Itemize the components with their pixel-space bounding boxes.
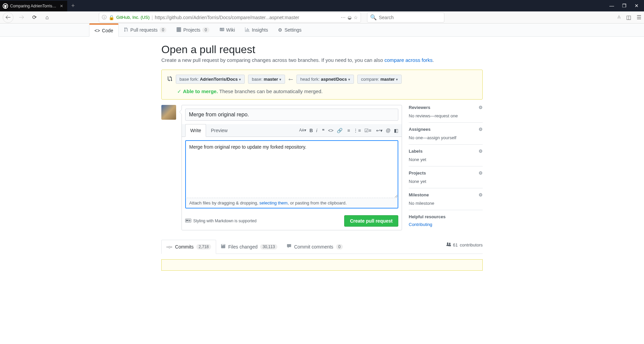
check-icon: ✓ bbox=[177, 88, 182, 94]
commits-tab[interactable]: -○- Commits 2,718 bbox=[161, 240, 216, 254]
nav-projects[interactable]: Projects 0 bbox=[171, 24, 214, 36]
reload-button[interactable]: ⟳ bbox=[30, 13, 39, 22]
big-compare-warning bbox=[161, 259, 483, 271]
attach-bar[interactable]: Attach files by dragging & dropping, sel… bbox=[185, 198, 398, 208]
pr-icon bbox=[124, 27, 128, 33]
assignees-label: Assignees bbox=[409, 127, 431, 132]
labels-text: None yet bbox=[409, 157, 483, 162]
markdown-icon bbox=[185, 219, 191, 224]
browser-tab[interactable]: Comparing AdrienTorris:maste ✕ bbox=[0, 1, 67, 11]
code-icon[interactable]: <> bbox=[328, 128, 333, 133]
commit-icon: -○- bbox=[166, 244, 172, 250]
labels-label: Labels bbox=[409, 149, 422, 154]
new-tab-icon[interactable]: + bbox=[67, 2, 79, 9]
page-actions-icon[interactable]: ⋯ bbox=[341, 15, 346, 20]
projects-text: None yet bbox=[409, 179, 483, 184]
info-icon[interactable]: ⓘ bbox=[102, 14, 107, 21]
assignees-text: No one—assign yourself bbox=[409, 135, 483, 140]
reply-icon[interactable]: ↩▾ bbox=[376, 128, 383, 133]
pr-title-input[interactable] bbox=[185, 109, 398, 121]
home-button[interactable]: ⌂ bbox=[42, 13, 52, 22]
pr-body-textarea[interactable] bbox=[185, 140, 398, 198]
window-controls: — ❐ ✕ bbox=[609, 3, 644, 8]
minimize-icon[interactable]: — bbox=[609, 3, 614, 8]
bold-icon[interactable]: B bbox=[310, 128, 313, 133]
repo-nav: <> Code Pull requests 0 Projects 0 Wiki … bbox=[0, 24, 644, 37]
head-fork-select[interactable]: head fork: aspnet/Docs bbox=[296, 75, 354, 84]
github-favicon bbox=[3, 3, 8, 9]
milestone-gear-icon[interactable]: ⚙ bbox=[479, 192, 483, 197]
tab-title: Comparing AdrienTorris:maste bbox=[10, 4, 56, 8]
files-icon bbox=[221, 244, 226, 250]
close-icon[interactable]: ✕ bbox=[635, 3, 639, 8]
mention-icon[interactable]: @ bbox=[386, 128, 391, 133]
search-input[interactable] bbox=[379, 15, 441, 20]
milestone-label: Milestone bbox=[409, 192, 429, 197]
link-icon[interactable]: 🔗 bbox=[337, 128, 343, 133]
page-subtitle: Create a new pull request by comparing c… bbox=[161, 57, 483, 63]
nav-pull-requests[interactable]: Pull requests 0 bbox=[119, 24, 172, 36]
merge-status: ✓ Able to merge. These branches can be a… bbox=[167, 88, 477, 94]
nav-insights[interactable]: Insights bbox=[240, 24, 273, 36]
projects-label: Projects bbox=[409, 170, 426, 176]
helpful-label: Helpful resources bbox=[409, 214, 483, 219]
forward-button[interactable]: 🡢 bbox=[17, 13, 26, 22]
browser-tab-bar: Comparing AdrienTorris:maste ✕ + — ❐ ✕ bbox=[0, 0, 644, 11]
saved-icon[interactable]: ◧ bbox=[394, 128, 398, 133]
lock-icon: 🔒 bbox=[109, 15, 114, 20]
people-icon bbox=[446, 242, 451, 248]
contributors[interactable]: 61 contributors bbox=[446, 242, 483, 251]
files-tab[interactable]: Files changed 30,113 bbox=[216, 240, 282, 254]
pocket-icon[interactable]: ◒ bbox=[348, 15, 352, 20]
create-pr-button[interactable]: Create pull request bbox=[344, 215, 398, 227]
bookmark-icon[interactable]: ☆ bbox=[354, 15, 358, 20]
preview-tab[interactable]: Preview bbox=[206, 124, 232, 137]
editor-tabs: Write Preview AA▾ B i ❝ <> 🔗 bbox=[182, 124, 402, 137]
ul-icon[interactable]: ≡ bbox=[347, 128, 350, 133]
pr-sidebar: Reviewers⚙ No reviews—request one Assign… bbox=[409, 105, 483, 230]
back-button[interactable]: 🡠 bbox=[3, 12, 13, 23]
compare-icon bbox=[167, 76, 172, 83]
reviewers-gear-icon[interactable]: ⚙ bbox=[479, 105, 483, 110]
labels-gear-icon[interactable]: ⚙ bbox=[479, 149, 483, 154]
diff-tabs: -○- Commits 2,718 Files changed 30,113 C… bbox=[161, 240, 483, 254]
comments-tab[interactable]: Commit comments 0 bbox=[282, 240, 348, 254]
contributing-link[interactable]: Contributing bbox=[409, 222, 483, 227]
insights-icon bbox=[245, 27, 250, 33]
nav-settings[interactable]: ⚙ Settings bbox=[273, 24, 307, 36]
projects-icon bbox=[176, 27, 181, 33]
assignees-gear-icon[interactable]: ⚙ bbox=[479, 127, 483, 132]
search-box[interactable]: 🔍 bbox=[367, 12, 444, 23]
url-text: https://github.com/AdrienTorris/Docs/com… bbox=[155, 15, 299, 20]
page-heading: Open a pull request bbox=[161, 43, 483, 56]
maximize-icon[interactable]: ❐ bbox=[622, 3, 627, 8]
compare-box: base fork: AdrienTorris/Docs base: maste… bbox=[161, 70, 483, 100]
base-fork-select[interactable]: base fork: AdrienTorris/Docs bbox=[176, 75, 245, 84]
main-container: Open a pull request Create a new pull re… bbox=[157, 37, 487, 277]
write-tab[interactable]: Write bbox=[185, 124, 206, 137]
italic-icon[interactable]: i bbox=[316, 128, 317, 133]
quote-icon[interactable]: ❝ bbox=[322, 128, 325, 133]
base-branch-select[interactable]: base: master bbox=[248, 75, 285, 84]
browser-toolbar: 🡠 🡢 ⟳ ⌂ ⓘ 🔒 GitHub, Inc. (US) | https://… bbox=[0, 11, 644, 24]
compare-branch-select[interactable]: compare: master bbox=[357, 75, 402, 84]
projects-gear-icon[interactable]: ⚙ bbox=[479, 170, 483, 176]
sidebar-toggle-icon[interactable]: ◫ bbox=[626, 14, 631, 21]
url-bar[interactable]: ⓘ 🔒 GitHub, Inc. (US) | https://github.c… bbox=[99, 12, 361, 23]
arrow-left-icon: 🡐 bbox=[288, 77, 293, 82]
task-icon[interactable]: ☑≡ bbox=[364, 128, 371, 133]
select-files-link[interactable]: selecting them bbox=[259, 200, 288, 205]
settings-icon: ⚙ bbox=[278, 27, 282, 33]
nav-code[interactable]: <> Code bbox=[89, 24, 119, 37]
nav-wiki[interactable]: Wiki bbox=[214, 24, 240, 36]
tab-close-icon[interactable]: ✕ bbox=[58, 4, 65, 8]
heading-icon[interactable]: AA▾ bbox=[299, 128, 306, 133]
reviewers-label: Reviewers bbox=[409, 105, 430, 110]
site-identity: GitHub, Inc. (US) bbox=[116, 15, 150, 20]
library-icon[interactable]: ⑃ bbox=[617, 14, 621, 21]
menu-icon[interactable]: ☰ bbox=[637, 14, 641, 21]
ol-icon[interactable]: ⋮≡ bbox=[353, 128, 361, 133]
user-avatar[interactable] bbox=[161, 105, 176, 120]
compare-forks-link[interactable]: compare across forks bbox=[385, 57, 433, 63]
markdown-hint[interactable]: Styling with Markdown is supported bbox=[185, 219, 256, 224]
